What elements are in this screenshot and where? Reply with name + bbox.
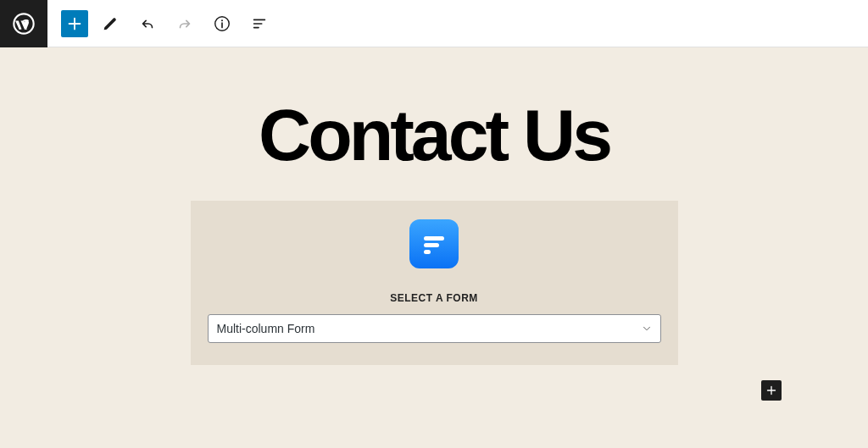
form-select-wrapper: Multi-column Form <box>208 314 661 343</box>
svg-point-2 <box>221 19 223 21</box>
toolbar-actions <box>47 8 275 39</box>
page-title[interactable]: Contact Us <box>86 47 782 201</box>
svg-rect-5 <box>424 250 431 254</box>
wordpress-logo-button[interactable] <box>0 0 47 47</box>
plus-icon <box>65 14 84 33</box>
list-view-button[interactable] <box>244 8 275 39</box>
fluent-forms-block[interactable]: SELECT A FORM Multi-column Form <box>191 201 678 365</box>
svg-rect-4 <box>424 243 439 247</box>
add-block-button[interactable] <box>61 10 88 37</box>
wordpress-icon <box>12 12 36 36</box>
editor-toolbar <box>0 0 868 47</box>
undo-button[interactable] <box>132 8 163 39</box>
fluent-forms-icon <box>419 229 449 259</box>
redo-icon <box>175 14 194 33</box>
list-view-icon <box>250 14 269 33</box>
redo-button <box>170 8 200 39</box>
content-area: Contact Us SELECT A FORM Multi-column Fo… <box>86 47 782 365</box>
undo-icon <box>138 14 157 33</box>
add-block-inline-button[interactable] <box>761 380 782 401</box>
plus-icon <box>764 383 779 398</box>
document-info-button[interactable] <box>207 8 237 39</box>
form-select[interactable]: Multi-column Form <box>208 314 661 343</box>
fluent-forms-logo <box>409 219 459 268</box>
svg-rect-3 <box>424 236 444 241</box>
editor-canvas[interactable]: Contact Us SELECT A FORM Multi-column Fo… <box>0 47 868 448</box>
edit-mode-button[interactable] <box>95 8 125 39</box>
pencil-icon <box>101 14 120 33</box>
select-form-label: SELECT A FORM <box>390 292 478 304</box>
info-icon <box>213 14 231 33</box>
